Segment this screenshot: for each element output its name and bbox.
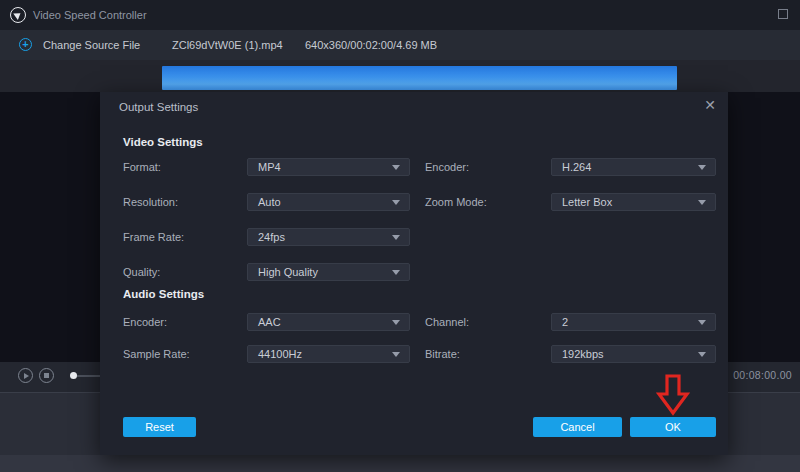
stop-icon[interactable]: [39, 368, 54, 383]
sample-rate-label: Sample Rate:: [123, 348, 190, 360]
sample-rate-select[interactable]: 44100Hz: [247, 345, 410, 363]
speed-slider-handle[interactable]: [70, 372, 77, 379]
time-display: 00:08:00.00: [733, 369, 792, 381]
red-arrow-annotation-icon: [656, 374, 690, 416]
chevron-down-icon: [392, 270, 400, 275]
output-settings-dialog: Output Settings ✕ Video Settings Format:…: [100, 92, 728, 455]
settings-row: Sample Rate: 44100Hz Bitrate: 192kbps: [100, 345, 728, 363]
select-value: 192kbps: [562, 348, 604, 360]
settings-row: Frame Rate: 24fps: [100, 228, 728, 246]
toolbar: + Change Source File ZCl69dVtW0E (1).mp4…: [0, 30, 800, 60]
format-label: Format:: [123, 161, 161, 173]
chevron-down-icon: [698, 320, 706, 325]
chevron-down-icon: [392, 320, 400, 325]
zoom-mode-label: Zoom Mode:: [425, 196, 487, 208]
select-value: Letter Box: [562, 196, 612, 208]
quality-select[interactable]: High Quality: [247, 263, 410, 281]
select-value: 44100Hz: [258, 348, 302, 360]
chevron-down-icon: [392, 235, 400, 240]
close-icon[interactable]: ✕: [704, 97, 716, 113]
bottom-status-bar: [0, 455, 800, 472]
frame-rate-label: Frame Rate:: [123, 231, 184, 243]
window-title: Video Speed Controller: [33, 9, 147, 21]
chevron-down-icon: [698, 200, 706, 205]
select-value: Auto: [258, 196, 281, 208]
chevron-down-icon: [392, 200, 400, 205]
audio-encoder-select[interactable]: AAC: [247, 313, 410, 331]
change-source-button[interactable]: Change Source File: [43, 39, 140, 51]
add-file-icon[interactable]: +: [19, 38, 32, 51]
chevron-down-icon: [698, 165, 706, 170]
reset-button[interactable]: Reset: [123, 417, 196, 437]
app-logo-icon: [10, 7, 26, 23]
encoder-label: Encoder:: [425, 161, 469, 173]
settings-row: Resolution: Auto Zoom Mode: Letter Box: [100, 193, 728, 211]
cancel-button[interactable]: Cancel: [533, 417, 622, 437]
channel-select[interactable]: 2: [551, 313, 716, 331]
speed-progress-bar[interactable]: [162, 66, 677, 90]
bitrate-select[interactable]: 192kbps: [551, 345, 716, 363]
settings-row: Format: MP4 Encoder: H.264: [100, 158, 728, 176]
maximize-icon[interactable]: [778, 9, 788, 19]
file-name-label: ZCl69dVtW0E (1).mp4: [172, 39, 283, 51]
channel-label: Channel:: [425, 316, 469, 328]
audio-settings-heading: Audio Settings: [123, 288, 204, 300]
select-value: MP4: [258, 161, 281, 173]
format-select[interactable]: MP4: [247, 158, 410, 176]
ok-button[interactable]: OK: [630, 417, 716, 437]
quality-label: Quality:: [123, 266, 160, 278]
audio-encoder-label: Encoder:: [123, 316, 167, 328]
frame-rate-select[interactable]: 24fps: [247, 228, 410, 246]
select-value: H.264: [562, 161, 591, 173]
resolution-label: Resolution:: [123, 196, 178, 208]
app-window: Video Speed Controller + Change Source F…: [0, 0, 800, 472]
media-info-label: 640x360/00:02:00/4.69 MB: [305, 39, 437, 51]
select-value: 24fps: [258, 231, 285, 243]
play-icon[interactable]: [18, 368, 33, 383]
video-settings-heading: Video Settings: [123, 136, 203, 148]
chevron-down-icon: [698, 352, 706, 357]
chevron-down-icon: [392, 352, 400, 357]
encoder-select[interactable]: H.264: [551, 158, 716, 176]
settings-row: Quality: High Quality: [100, 263, 728, 281]
select-value: AAC: [258, 316, 281, 328]
title-bar: Video Speed Controller: [0, 0, 800, 30]
progress-strip: [0, 60, 800, 92]
dialog-title: Output Settings: [119, 101, 198, 113]
select-value: High Quality: [258, 266, 318, 278]
chevron-down-icon: [392, 165, 400, 170]
settings-row: Encoder: AAC Channel: 2: [100, 313, 728, 331]
resolution-select[interactable]: Auto: [247, 193, 410, 211]
bitrate-label: Bitrate:: [425, 348, 460, 360]
select-value: 2: [562, 316, 568, 328]
zoom-mode-select[interactable]: Letter Box: [551, 193, 716, 211]
